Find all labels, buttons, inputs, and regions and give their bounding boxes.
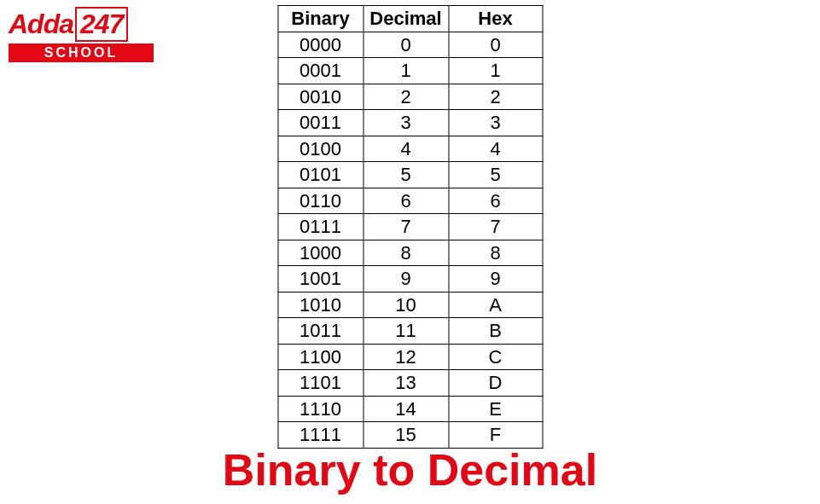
table-row: 110113D bbox=[278, 370, 543, 397]
conversion-table-wrap: Binary Decimal Hex 000000000111001022001… bbox=[277, 5, 543, 449]
table-row: 101111B bbox=[278, 318, 543, 345]
cell-decimal: 7 bbox=[363, 214, 449, 240]
cell-binary: 0110 bbox=[278, 188, 363, 214]
table-row: 100088 bbox=[278, 240, 543, 266]
cell-binary: 0100 bbox=[278, 136, 363, 162]
conversion-table: Binary Decimal Hex 000000000111001022001… bbox=[277, 5, 543, 449]
cell-hex: E bbox=[449, 396, 543, 422]
table-row: 011177 bbox=[278, 214, 543, 240]
cell-decimal: 14 bbox=[363, 396, 449, 422]
cell-decimal: 5 bbox=[363, 162, 449, 188]
header-hex: Hex bbox=[449, 6, 543, 32]
cell-decimal: 9 bbox=[363, 266, 449, 293]
cell-binary: 1000 bbox=[278, 240, 363, 266]
cell-hex: 0 bbox=[449, 32, 543, 58]
cell-binary: 0101 bbox=[278, 162, 363, 188]
cell-hex: D bbox=[449, 370, 543, 397]
page-title: Binary to Decimal bbox=[0, 444, 820, 495]
logo-subtext: SCHOOL bbox=[9, 43, 154, 62]
cell-decimal: 4 bbox=[363, 136, 449, 162]
cell-hex: 7 bbox=[449, 214, 543, 240]
header-decimal: Decimal bbox=[363, 6, 449, 32]
header-binary: Binary bbox=[278, 6, 363, 32]
cell-binary: 0011 bbox=[278, 110, 363, 136]
table-row: 101010A bbox=[278, 292, 543, 318]
cell-binary: 1001 bbox=[278, 266, 363, 293]
cell-hex: 8 bbox=[449, 240, 543, 266]
cell-hex: 6 bbox=[449, 188, 543, 214]
cell-binary: 1100 bbox=[278, 344, 363, 370]
cell-decimal: 3 bbox=[363, 110, 449, 136]
table-row: 001133 bbox=[278, 110, 543, 136]
cell-decimal: 1 bbox=[363, 58, 449, 84]
logo-top-row: Adda 247 bbox=[9, 7, 154, 42]
table-row: 001022 bbox=[278, 84, 543, 110]
cell-decimal: 8 bbox=[363, 240, 449, 266]
table-header-row: Binary Decimal Hex bbox=[278, 6, 543, 32]
cell-hex: 4 bbox=[449, 136, 543, 162]
cell-hex: 5 bbox=[449, 162, 543, 188]
logo-number-box: 247 bbox=[75, 7, 128, 42]
cell-binary: 1110 bbox=[278, 396, 363, 422]
cell-hex: 2 bbox=[449, 84, 543, 110]
cell-decimal: 12 bbox=[363, 344, 449, 370]
table-row: 010044 bbox=[278, 136, 543, 162]
cell-binary: 0000 bbox=[278, 32, 363, 58]
table-row: 010155 bbox=[278, 162, 543, 188]
cell-decimal: 11 bbox=[363, 318, 449, 345]
cell-binary: 1011 bbox=[278, 318, 363, 345]
cell-hex: 1 bbox=[449, 58, 543, 84]
cell-binary: 1101 bbox=[278, 370, 363, 397]
table-row: 000111 bbox=[278, 58, 543, 84]
table-row: 111014E bbox=[278, 396, 543, 422]
cell-hex: C bbox=[449, 344, 543, 370]
table-row: 000000 bbox=[278, 32, 543, 58]
cell-hex: 9 bbox=[449, 266, 543, 293]
cell-decimal: 0 bbox=[363, 32, 449, 58]
logo-brand-text: Adda bbox=[9, 9, 73, 40]
cell-decimal: 10 bbox=[363, 292, 449, 318]
cell-binary: 0001 bbox=[278, 58, 363, 84]
table-row: 011066 bbox=[278, 188, 543, 214]
cell-hex: 3 bbox=[449, 110, 543, 136]
cell-hex: A bbox=[449, 292, 543, 318]
cell-decimal: 6 bbox=[363, 188, 449, 214]
table-row: 110012C bbox=[278, 344, 543, 370]
cell-decimal: 2 bbox=[363, 84, 449, 110]
cell-binary: 0111 bbox=[278, 214, 363, 240]
cell-hex: B bbox=[449, 318, 543, 345]
cell-decimal: 13 bbox=[363, 370, 449, 397]
cell-binary: 0010 bbox=[278, 84, 363, 110]
cell-binary: 1010 bbox=[278, 292, 363, 318]
brand-logo: Adda 247 SCHOOL bbox=[9, 7, 154, 62]
table-row: 100199 bbox=[278, 266, 543, 293]
